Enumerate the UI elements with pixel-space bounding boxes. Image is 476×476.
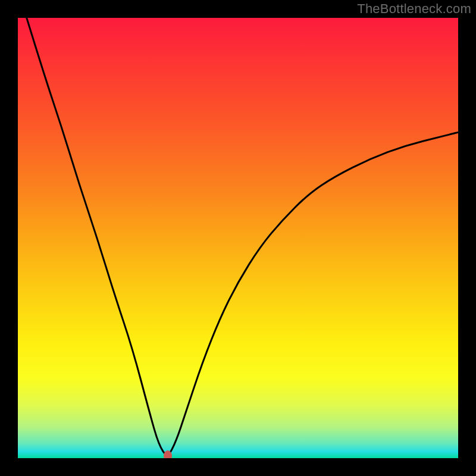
bottleneck-curve	[18, 18, 458, 458]
watermark-text: TheBottleneck.com	[357, 1, 471, 17]
chart-frame: TheBottleneck.com	[0, 0, 476, 476]
plot-area	[18, 18, 458, 458]
minimum-marker	[164, 450, 172, 458]
